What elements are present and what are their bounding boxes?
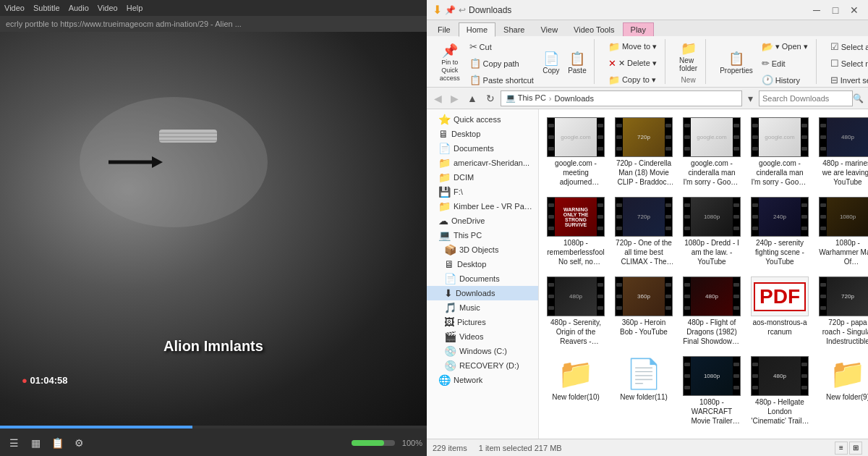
address-bar[interactable]: 💻 This PC › Downloads bbox=[501, 90, 742, 106]
copy-button[interactable]: 📄 Copy bbox=[539, 50, 563, 77]
list-item[interactable]: 480p 480p - Serenity, Origin of the Reav… bbox=[543, 273, 608, 350]
sidebar-item-desktop2[interactable]: 🖥 Desktop bbox=[427, 257, 538, 271]
cut-label: Cut bbox=[480, 43, 492, 51]
list-view-button[interactable]: ≡ bbox=[835, 442, 848, 455]
breadcrumb-computer[interactable]: 💻 This PC bbox=[506, 93, 546, 103]
copy-label: Copy bbox=[542, 67, 559, 75]
sidebar-item-this-pc[interactable]: 💻 This PC bbox=[427, 228, 538, 242]
sidebar-item-americavr[interactable]: 📁 americavr-Sheridan... bbox=[427, 156, 538, 170]
properties-button[interactable]: 📋 Properties bbox=[716, 50, 757, 77]
file-label: google.com - meeting adjourned monster s… bbox=[547, 159, 605, 187]
maximize-button[interactable]: □ bbox=[827, 3, 843, 17]
video-title-text: ecrly portble to https://www.trueimageoc… bbox=[6, 20, 242, 28]
list-item[interactable]: PDF aos-monstrous-a rcanum bbox=[747, 273, 812, 350]
list-item[interactable]: google.com google.com - cinderalla man I… bbox=[679, 114, 744, 190]
sidebar-item-recovery-d[interactable]: 💿 RECOVERY (D:) bbox=[427, 358, 538, 373]
menu-video2[interactable]: Video bbox=[98, 4, 118, 12]
tab-video-tools[interactable]: Video Tools bbox=[566, 22, 622, 36]
sidebar-item-desktop1[interactable]: 🖥 Desktop bbox=[427, 127, 538, 141]
copy-to-button[interactable]: 📁 Copy to ▾ bbox=[605, 72, 660, 88]
new-folder-button[interactable]: 📁 New folder bbox=[676, 40, 701, 75]
refresh-button[interactable]: ↻ bbox=[483, 91, 498, 106]
sidebar-item-music[interactable]: 🎵 Music bbox=[427, 300, 538, 315]
file-label: 720p - One of the all time best CLIMAX -… bbox=[615, 238, 673, 266]
list-item[interactable]: 1080p 1080p - Dredd - I am the law. - Yo… bbox=[679, 193, 744, 270]
taskbar-btn-4[interactable]: ⚙ bbox=[69, 434, 88, 452]
sidebar-item-onedrive[interactable]: ☁ OneDrive bbox=[427, 214, 538, 228]
minimize-button[interactable]: ─ bbox=[809, 3, 825, 17]
file-thumbnail: 480p bbox=[683, 276, 741, 316]
search-input[interactable] bbox=[759, 90, 853, 106]
paste-shortcut-button[interactable]: 📋 Paste shortcut bbox=[466, 72, 537, 88]
sidebar-item-videos[interactable]: 🎬 Videos bbox=[427, 329, 538, 344]
list-item[interactable]: 📁 New folder(9) bbox=[815, 352, 868, 429]
tab-share[interactable]: Share bbox=[495, 22, 532, 36]
sidebar-item-pictures[interactable]: 🖼 Pictures bbox=[427, 315, 538, 329]
menu-subtitle[interactable]: Subtitle bbox=[33, 4, 60, 12]
forward-button[interactable]: ▶ bbox=[448, 91, 461, 106]
taskbar-btn-3[interactable]: 📋 bbox=[48, 434, 67, 452]
copy-path-button[interactable]: 📋 Copy path bbox=[466, 56, 537, 71]
invert-selection-button[interactable]: ⊟ Invert selection bbox=[827, 72, 868, 88]
copy-icon: 📄 bbox=[543, 52, 559, 65]
menu-help[interactable]: Help bbox=[127, 4, 143, 12]
sidebar-item-f-drive[interactable]: 💾 F:\ bbox=[427, 185, 538, 199]
tab-home[interactable]: Home bbox=[459, 22, 495, 37]
search-icon[interactable]: 🔍 bbox=[853, 93, 864, 104]
list-item[interactable]: google.com google.com - meeting adjourne… bbox=[543, 114, 608, 190]
list-item[interactable]: 480p 480p - Hellgate London 'Cinematic' … bbox=[747, 352, 812, 429]
sidebar-item-documents2[interactable]: 📄 Documents bbox=[427, 271, 538, 286]
taskbar-btn-1[interactable]: ☰ bbox=[4, 434, 23, 452]
menu-video[interactable]: Video bbox=[4, 4, 25, 12]
menu-audio[interactable]: Audio bbox=[69, 4, 89, 12]
list-item[interactable]: 📄 New folder(11) bbox=[611, 352, 676, 429]
list-item[interactable]: 240p 240p - serenity fighting scene - Yo… bbox=[747, 193, 812, 270]
list-item[interactable]: 720p 720p - papa roach - Singular Indest… bbox=[815, 273, 868, 350]
select-none-button[interactable]: ☐ Select none bbox=[827, 56, 868, 71]
tab-play[interactable]: Play bbox=[623, 22, 654, 36]
volume-slider[interactable] bbox=[352, 440, 395, 446]
list-item[interactable]: 1080p 1080p - WARCRAFT Movie Trailer (20… bbox=[679, 352, 744, 429]
move-to-button[interactable]: 📁 Move to ▾ bbox=[605, 39, 660, 54]
history-button[interactable]: 🕐 History bbox=[758, 72, 812, 88]
up-button[interactable]: ▲ bbox=[464, 91, 480, 106]
list-item[interactable]: 360p 360p - Heroin Bob - YouTube bbox=[611, 273, 676, 350]
copy-to-icon: 📁 bbox=[608, 75, 620, 85]
close-button[interactable]: ✕ bbox=[846, 3, 862, 17]
onedrive-icon: ☁ bbox=[438, 215, 448, 227]
list-item[interactable]: 📁 New folder(10) bbox=[543, 352, 608, 429]
list-item[interactable]: 720p 720p - Cinderella Man (18) Movie CL… bbox=[611, 114, 676, 190]
sidebar-item-downloads[interactable]: ⬇ Downloads bbox=[427, 286, 538, 300]
list-item[interactable]: 720p 720p - One of the all time best CLI… bbox=[611, 193, 676, 270]
file-thumbnail-folder: 📁 bbox=[826, 356, 868, 391]
pin-button[interactable]: 📌 Pin to Quick access bbox=[435, 42, 464, 84]
file-thumbnail: google.com bbox=[683, 117, 741, 157]
sidebar-item-quick-access[interactable]: ⭐ Quick access bbox=[427, 112, 538, 127]
list-item[interactable]: WARNING ONLY THE STRONG SURVIVE 1080p - … bbox=[543, 193, 608, 270]
list-item[interactable]: 1080p 1080p - Warhammer Mark Of Chaos(10… bbox=[815, 193, 868, 270]
sidebar-item-dcim[interactable]: 📁 DCIM bbox=[427, 170, 538, 185]
tab-view[interactable]: View bbox=[532, 22, 566, 36]
list-item[interactable]: 480p 480p - marines, we are leaving - Yo… bbox=[815, 114, 868, 190]
file-thumbnail: google.com bbox=[547, 117, 605, 157]
cut-button[interactable]: ✂ Cut bbox=[466, 39, 537, 54]
paste-button[interactable]: 📋 Paste bbox=[565, 50, 590, 77]
tab-file[interactable]: File bbox=[430, 22, 459, 36]
select-all-button[interactable]: ☑ Select all bbox=[827, 39, 868, 54]
delete-button[interactable]: ✕ ✕ Delete ▾ bbox=[605, 56, 660, 71]
taskbar-btn-2[interactable]: ▦ bbox=[26, 434, 45, 452]
breadcrumb-downloads[interactable]: Downloads bbox=[555, 94, 594, 103]
sidebar-item-windows-c[interactable]: 💿 Windows (C:) bbox=[427, 344, 538, 358]
grid-view-button[interactable]: ⊞ bbox=[849, 442, 862, 455]
sidebar-item-network[interactable]: 🌐 Network bbox=[427, 373, 538, 387]
list-item[interactable]: 480p 480p - Flight of Dragons (1982) Fin… bbox=[679, 273, 744, 350]
sidebar-item-documents1[interactable]: 📄 Documents bbox=[427, 141, 538, 156]
sidebar-item-kimber[interactable]: 📁 Kimber Lee - VR Pac... bbox=[427, 199, 538, 214]
edit-button[interactable]: ✏ Edit bbox=[758, 56, 812, 71]
video-progress-bar[interactable] bbox=[0, 426, 427, 428]
back-button[interactable]: ◀ bbox=[431, 91, 445, 106]
open-button[interactable]: 📂 ▾ Open ▾ bbox=[758, 39, 812, 54]
sidebar-item-3d-objects[interactable]: 📦 3D Objects bbox=[427, 242, 538, 257]
expand-address-button[interactable]: ▾ bbox=[745, 91, 756, 106]
list-item[interactable]: google.com google.com - cinderalla man I… bbox=[747, 114, 812, 190]
